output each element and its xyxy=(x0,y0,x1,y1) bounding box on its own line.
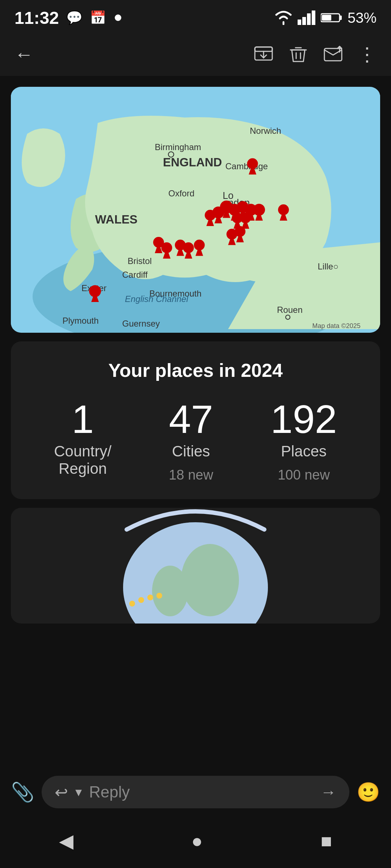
nav-recents-button[interactable]: ■ xyxy=(321,830,332,852)
stat-places-label: Places xyxy=(281,443,327,460)
svg-point-77 xyxy=(123,522,268,624)
svg-rect-1 xyxy=(302,17,306,25)
svg-rect-6 xyxy=(322,15,331,21)
svg-point-71 xyxy=(194,240,205,251)
nav-bar: ◀ ● ■ xyxy=(0,814,391,868)
svg-text:English Channel: English Channel xyxy=(125,294,188,304)
map-image: WALES ENGLAND Birmingham Norwich Cambrid… xyxy=(11,87,380,333)
svg-point-80 xyxy=(147,595,153,600)
delete-icon[interactable] xyxy=(288,44,308,64)
svg-rect-5 xyxy=(340,16,342,20)
svg-point-45 xyxy=(253,204,265,216)
stats-title: Your places in 2024 xyxy=(25,359,366,381)
stat-cities-label: Cities xyxy=(172,443,210,460)
email-icon[interactable] xyxy=(323,44,343,64)
stats-card: Your places in 2024 1 Country/Region 47 … xyxy=(11,341,380,499)
globe-image xyxy=(105,508,286,624)
status-bar: 11:32 💬 📅 53% xyxy=(0,0,391,33)
svg-point-79 xyxy=(138,597,144,603)
reply-label[interactable]: Reply xyxy=(89,783,313,801)
calendar-icon: 📅 xyxy=(90,10,106,25)
svg-rect-0 xyxy=(298,20,301,25)
map-card: WALES ENGLAND Birmingham Norwich Cambrid… xyxy=(11,87,380,333)
notification-dot xyxy=(115,14,121,21)
action-left: ← xyxy=(14,43,33,65)
stat-cities: 47 Cities 18 new xyxy=(169,399,213,483)
svg-text:Norwich: Norwich xyxy=(250,126,281,136)
svg-text:WALES: WALES xyxy=(95,213,138,226)
svg-text:Map data ©2025: Map data ©2025 xyxy=(312,322,361,329)
main-content: WALES ENGLAND Birmingham Norwich Cambrid… xyxy=(0,76,391,634)
svg-point-57 xyxy=(235,226,245,237)
action-bar: ← ⋮ xyxy=(0,33,391,76)
svg-text:Bristol: Bristol xyxy=(128,256,152,266)
reply-dropdown-icon[interactable]: ▾ xyxy=(75,784,82,800)
svg-point-53 xyxy=(240,213,251,224)
battery-icon xyxy=(321,12,342,23)
nav-back-button[interactable]: ◀ xyxy=(59,830,73,852)
svg-point-73 xyxy=(89,285,101,297)
reply-back-icon: ↩ xyxy=(55,783,68,801)
globe-card xyxy=(11,508,380,624)
svg-text:Cambridge: Cambridge xyxy=(226,161,268,171)
svg-text:Rouen: Rouen xyxy=(277,305,303,315)
svg-point-61 xyxy=(247,158,258,169)
status-time: 11:32 xyxy=(14,8,59,28)
svg-point-49 xyxy=(205,210,216,221)
stats-row: 1 Country/Region 47 Cities 18 new 192 Pl… xyxy=(25,399,366,485)
svg-point-78 xyxy=(129,601,135,607)
whatsapp-icon: 💬 xyxy=(66,10,83,25)
svg-point-59 xyxy=(278,204,289,215)
signal-icon xyxy=(298,10,316,25)
back-button[interactable]: ← xyxy=(14,43,33,65)
stat-places-number: 192 xyxy=(270,399,337,439)
forward-icon[interactable]: → xyxy=(320,783,336,801)
archive-icon[interactable] xyxy=(253,44,274,64)
svg-rect-3 xyxy=(312,10,315,25)
svg-text:Cardiff: Cardiff xyxy=(122,270,148,280)
svg-point-65 xyxy=(161,242,172,253)
svg-rect-8 xyxy=(255,47,272,51)
stat-country-number: 1 xyxy=(72,399,94,439)
nav-home-button[interactable]: ● xyxy=(192,830,203,852)
svg-text:ENGLAND: ENGLAND xyxy=(163,156,222,169)
svg-point-81 xyxy=(156,593,162,599)
svg-text:Guernsey: Guernsey xyxy=(122,319,160,328)
stat-country: 1 Country/Region xyxy=(54,399,112,485)
stat-country-label: Country/Region xyxy=(54,443,112,477)
svg-text:Birmingham: Birmingham xyxy=(155,142,201,152)
svg-text:Oxford: Oxford xyxy=(168,188,194,198)
stat-places: 192 Places 100 new xyxy=(270,399,337,483)
svg-rect-2 xyxy=(307,13,311,25)
svg-text:Plymouth: Plymouth xyxy=(63,316,99,326)
stat-cities-new: 18 new xyxy=(169,467,213,483)
stat-cities-number: 47 xyxy=(169,399,213,439)
battery-percent: 53% xyxy=(348,10,377,26)
stat-places-new: 100 new xyxy=(278,467,330,483)
reply-input-container[interactable]: ↩ ▾ Reply → xyxy=(42,776,349,808)
svg-text:Lille○: Lille○ xyxy=(318,261,339,271)
svg-point-69 xyxy=(183,242,194,253)
status-left: 11:32 💬 📅 xyxy=(14,8,121,28)
action-right: ⋮ xyxy=(253,43,377,65)
reply-bar: 📎 ↩ ▾ Reply → 🙂 xyxy=(0,770,391,814)
attach-button[interactable]: 📎 xyxy=(11,781,34,803)
more-options-button[interactable]: ⋮ xyxy=(358,43,377,65)
emoji-button[interactable]: 🙂 xyxy=(357,781,380,803)
status-right: 53% xyxy=(274,10,377,26)
wifi-icon xyxy=(274,10,293,25)
